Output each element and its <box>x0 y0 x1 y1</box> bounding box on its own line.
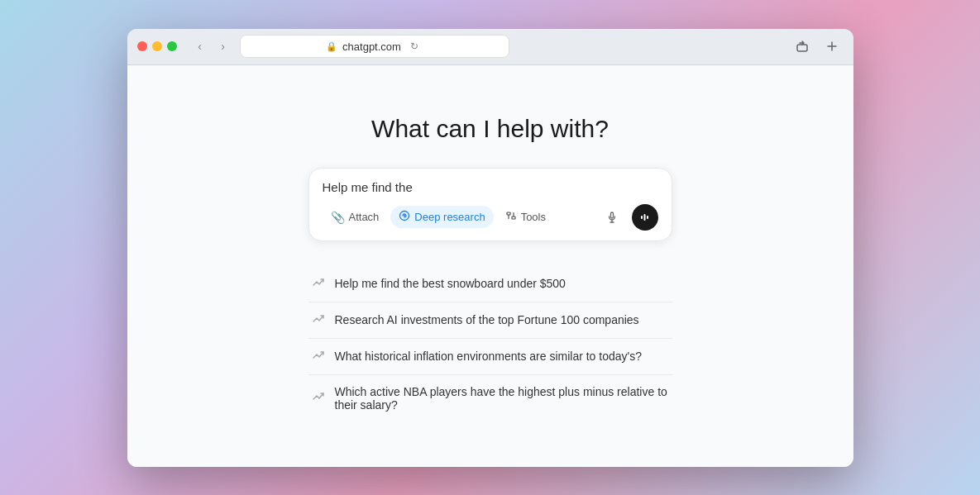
attach-icon: 📎 <box>331 211 345 224</box>
new-tab-button[interactable] <box>820 35 844 58</box>
deep-research-button[interactable]: Deep research <box>390 206 493 228</box>
browser-window: ‹ › 🔒 chatgpt.com ↻ What can I hel <box>127 29 853 467</box>
page-title: What can I help with? <box>371 115 609 143</box>
attach-label: Attach <box>349 211 380 223</box>
reload-indicator: ↻ <box>406 38 423 55</box>
url-text: chatgpt.com <box>342 40 401 53</box>
chat-input[interactable] <box>323 180 658 194</box>
svg-rect-0 <box>797 45 807 51</box>
input-container: 📎 Attach Deep research <box>308 168 672 241</box>
trend-icon-1 <box>312 276 325 292</box>
mic-button[interactable] <box>599 204 625 231</box>
suggestion-item-3[interactable]: What historical inflation environments a… <box>308 339 672 375</box>
suggestion-text-3: What historical inflation environments a… <box>335 350 643 363</box>
mic-icon <box>605 211 619 224</box>
input-toolbar: 📎 Attach Deep research <box>323 204 658 231</box>
tools-icon <box>505 210 517 224</box>
deep-research-label: Deep research <box>414 211 485 223</box>
suggestion-item-2[interactable]: Research AI investments of the top Fortu… <box>308 302 672 339</box>
trend-icon-4 <box>312 390 325 406</box>
suggestion-text-1: Help me find the best snowboard under $5… <box>335 277 566 290</box>
tools-label: Tools <box>521 211 546 223</box>
trend-icon-3 <box>312 349 325 364</box>
share-icon <box>796 40 809 53</box>
svg-rect-7 <box>647 216 648 219</box>
suggestions-list: Help me find the best snowboard under $5… <box>308 266 672 421</box>
svg-point-2 <box>404 215 405 217</box>
page-content: What can I help with? 📎 Attach <box>127 65 853 467</box>
suggestion-item-1[interactable]: Help me find the best snowboard under $5… <box>308 266 672 302</box>
traffic-lights <box>137 41 177 51</box>
forward-button[interactable]: › <box>213 36 233 56</box>
suggestion-item-4[interactable]: Which active NBA players have the highes… <box>308 375 672 421</box>
svg-rect-6 <box>643 214 645 221</box>
nav-arrows: ‹ › <box>190 36 233 56</box>
trend-icon-2 <box>312 312 325 328</box>
minimize-button[interactable] <box>152 41 162 51</box>
tools-button[interactable]: Tools <box>497 206 554 228</box>
attach-button[interactable]: 📎 Attach <box>323 207 388 228</box>
suggestion-text-2: Research AI investments of the top Fortu… <box>335 313 639 326</box>
svg-rect-5 <box>641 216 643 219</box>
close-button[interactable] <box>137 41 147 51</box>
address-bar[interactable]: 🔒 chatgpt.com ↻ <box>240 35 509 58</box>
share-button[interactable] <box>791 35 814 58</box>
plus-icon <box>825 40 839 53</box>
browser-actions <box>791 35 844 58</box>
toolbar-right <box>599 204 658 231</box>
lock-icon: 🔒 <box>326 41 337 52</box>
deep-research-icon <box>399 210 410 224</box>
back-button[interactable]: ‹ <box>190 36 210 56</box>
send-button[interactable] <box>632 204 658 231</box>
maximize-button[interactable] <box>167 41 177 51</box>
title-bar: ‹ › 🔒 chatgpt.com ↻ <box>127 29 853 65</box>
suggestion-text-4: Which active NBA players have the highes… <box>335 385 669 412</box>
bars-icon <box>640 212 650 222</box>
